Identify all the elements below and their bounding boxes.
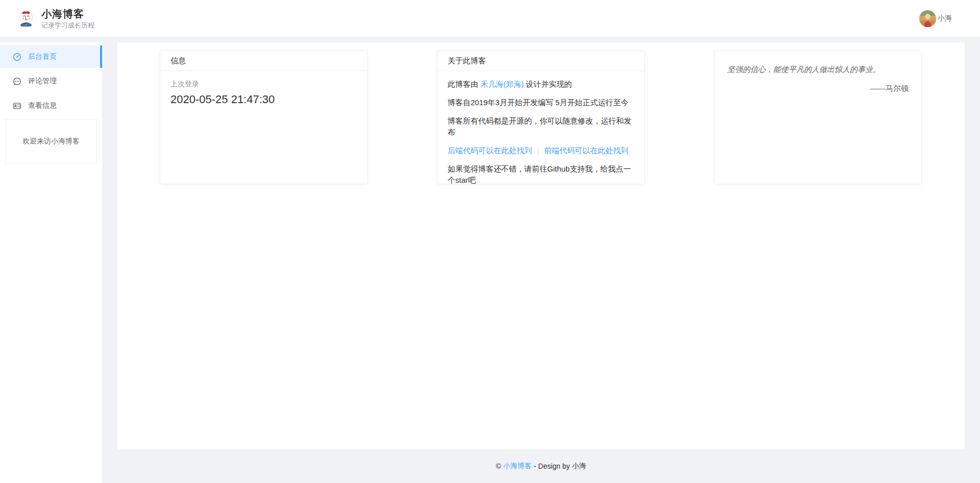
- user-name: 小海: [938, 14, 952, 23]
- info-card-title: 信息: [160, 51, 367, 71]
- sidebar-item-label: 评论管理: [28, 77, 57, 86]
- footer-site-link[interactable]: 小海博客: [503, 462, 532, 471]
- sidebar-item-dashboard[interactable]: 后台首页: [0, 45, 102, 68]
- brand: 小海博客 记录学习成长历程: [17, 8, 94, 30]
- frontend-code-link[interactable]: 前端代码可以在此处找到: [544, 146, 628, 155]
- brand-text: 小海博客 记录学习成长历程: [41, 8, 94, 30]
- quote-author: ——马尔顿: [727, 83, 909, 94]
- author-link[interactable]: 禾几海(郑海): [480, 80, 524, 88]
- id-card-icon: [13, 102, 21, 110]
- main-panel: 信息 上次登录 2020-05-25 21:47:30 关于此博客 此博客由 禾…: [117, 42, 965, 449]
- about-star-line: 如果觉得博客还不错，请前往Github支持我，给我点一个star吧: [448, 163, 634, 186]
- about-intro-suffix: 设计并实现的: [524, 80, 572, 88]
- about-card: 关于此博客 此博客由 禾几海(郑海) 设计并实现的 博客自2019年3月开始开发…: [437, 51, 645, 184]
- site-logo-icon[interactable]: [17, 9, 35, 28]
- sidebar-item-label: 后台首页: [28, 52, 57, 61]
- sidebar-item-comments[interactable]: 评论管理: [0, 70, 102, 92]
- dashboard-icon: [13, 53, 21, 61]
- quote-card: 坚强的信心，能使平凡的人做出惊人的事业。 ——马尔顿: [714, 51, 922, 184]
- link-separator: |: [537, 146, 539, 155]
- about-code-links-line: 后端代码可以在此处找到|前端代码可以在此处找到: [448, 145, 634, 156]
- content-column: 信息 上次登录 2020-05-25 21:47:30 关于此博客 此博客由 禾…: [102, 42, 980, 483]
- site-subtitle: 记录学习成长历程: [41, 21, 94, 30]
- welcome-text: 欢迎来访小海博客: [22, 137, 80, 146]
- site-title: 小海博客: [41, 8, 94, 20]
- about-card-body: 此博客由 禾几海(郑海) 设计并实现的 博客自2019年3月开始开发编写 5月开…: [437, 71, 644, 194]
- backend-code-link[interactable]: 后端代码可以在此处找到: [448, 146, 532, 155]
- sidebar-item-view-info[interactable]: 查看信息: [0, 94, 102, 117]
- about-history-line: 博客自2019年3月开始开发编写 5月开始正式运行至今: [448, 97, 634, 108]
- sidebar-item-label: 查看信息: [28, 101, 57, 110]
- user-avatar-icon: [919, 10, 936, 27]
- about-intro-line: 此博客由 禾几海(郑海) 设计并实现的: [448, 79, 634, 90]
- about-card-title: 关于此博客: [437, 51, 644, 71]
- info-card-body: 上次登录 2020-05-25 21:47:30: [160, 71, 367, 115]
- about-intro-prefix: 此博客由: [448, 80, 480, 88]
- welcome-box: 欢迎来访小海博客: [5, 119, 97, 164]
- app-header: 小海博客 记录学习成长历程 小海: [0, 0, 980, 37]
- footer-copyright: ©: [496, 462, 501, 470]
- about-opensource-line: 博客所有代码都是开源的，你可以随意修改，运行和发布: [448, 115, 634, 138]
- sidebar: 后台首页 评论管理 查看信息 欢迎来访小海博客: [0, 42, 102, 483]
- info-card: 信息 上次登录 2020-05-25 21:47:30: [160, 51, 368, 184]
- user-menu[interactable]: 小海: [919, 10, 952, 27]
- page-layout: 后台首页 评论管理 查看信息 欢迎来访小海博客: [0, 42, 980, 483]
- last-login-time: 2020-05-25 21:47:30: [170, 92, 357, 107]
- page-footer: © 小海博客 - Design by 小海: [102, 449, 980, 483]
- footer-designer: 小海: [572, 462, 586, 471]
- quote-card-body: 坚强的信心，能使平凡的人做出惊人的事业。 ——马尔顿: [715, 51, 921, 107]
- comments-icon: [13, 77, 21, 86]
- quote-text: 坚强的信心，能使平凡的人做出惊人的事业。: [727, 64, 909, 75]
- last-login-label: 上次登录: [170, 79, 357, 89]
- footer-design-text: - Design by: [534, 462, 570, 470]
